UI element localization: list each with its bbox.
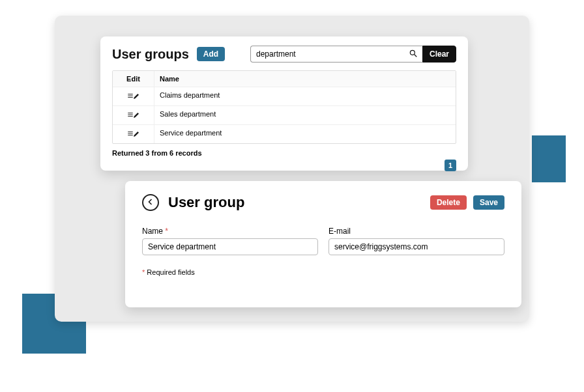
search-icon [409,49,418,60]
table-row: Claims department [113,87,456,105]
table-header-row: Edit Name [113,71,456,87]
row-name: Service department [154,124,456,143]
edit-icon[interactable] [127,110,140,120]
required-marker: * [165,227,168,236]
field-email: E-mail [328,227,504,255]
search-wrap: Clear [250,46,456,63]
email-label: E-mail [328,227,504,236]
page-current[interactable]: 1 [445,160,456,171]
name-label-text: Name [142,227,163,236]
form-row: Name * E-mail [142,227,504,255]
search-input[interactable] [250,46,404,63]
list-header: User groups Add Clear [112,46,456,63]
groups-table: Edit Name Claims department [112,70,456,144]
clear-button[interactable]: Clear [422,46,456,63]
name-label: Name * [142,227,318,236]
email-input[interactable] [328,238,504,255]
detail-title: User group [168,194,244,211]
email-label-text: E-mail [328,227,351,236]
edit-icon[interactable] [127,129,140,139]
table-row: Sales department [113,105,456,124]
back-button[interactable] [142,194,159,211]
name-input[interactable] [142,238,318,255]
save-button[interactable]: Save [473,195,504,210]
col-name: Name [154,71,456,87]
pager: 1 [112,160,456,171]
user-groups-card: User groups Add Clear Edit Name [100,36,468,171]
delete-button[interactable]: Delete [430,195,467,210]
col-edit: Edit [113,71,154,87]
user-group-detail-card: User group Delete Save Name * E-mail [125,181,521,307]
required-note-text: Required fields [145,268,194,276]
table-row: Service department [113,124,456,143]
field-name: Name * [142,227,318,255]
decorative-block-right [532,135,566,182]
add-button[interactable]: Add [197,47,225,61]
required-fields-note: * Required fields [142,268,504,276]
returned-count: Returned 3 from 6 records [112,149,456,157]
page-title: User groups [112,47,189,62]
svg-point-0 [410,50,415,55]
svg-line-1 [415,54,417,57]
row-name: Claims department [154,87,456,105]
edit-icon[interactable] [127,91,140,102]
row-name: Sales department [154,105,456,124]
chevron-left-icon [147,197,154,208]
search-button[interactable] [404,46,422,63]
detail-header: User group Delete Save [142,194,504,211]
